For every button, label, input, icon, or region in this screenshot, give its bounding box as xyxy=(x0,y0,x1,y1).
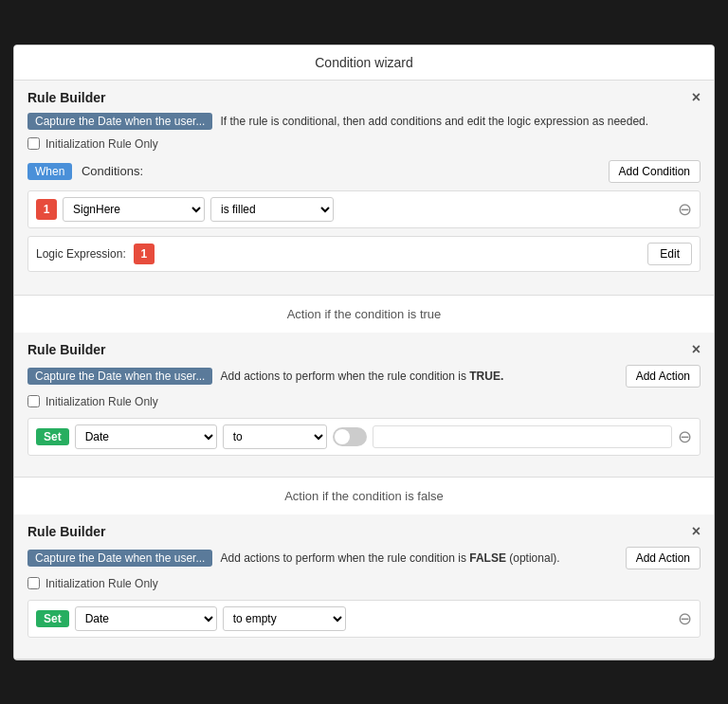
true-action-rule-description: Capture the Date when the user... Add ac… xyxy=(27,365,701,388)
dialog-container: Condition wizard Rule Builder × Capture … xyxy=(13,45,715,660)
condition-operator-select[interactable]: is filled xyxy=(210,197,334,222)
condition-rule-tag: Capture the Date when the user... xyxy=(27,113,212,130)
divider-false: Action if the condition is false xyxy=(14,478,714,514)
logic-badge: 1 xyxy=(134,244,155,264)
true-action-rule-section: Rule Builder × Capture the Date when the… xyxy=(14,333,714,478)
true-action-init-checkbox[interactable] xyxy=(27,395,40,407)
logic-expression-row: Logic Expression: 1 Edit xyxy=(27,236,701,272)
true-action-value-input[interactable]: today() xyxy=(373,425,672,448)
false-action-field-select[interactable]: Date xyxy=(75,606,217,631)
true-action-init-row: Initialization Rule Only xyxy=(27,395,701,408)
condition-row-1: 1 SignHere is filled ⊖ xyxy=(27,190,701,228)
true-add-action-button[interactable]: Add Action xyxy=(626,365,701,388)
conditions-label: Conditions: xyxy=(82,164,143,178)
divider-true-text: Action if the condition is true xyxy=(287,307,442,321)
true-action-toggle[interactable] xyxy=(333,427,367,446)
condition-init-checkbox[interactable] xyxy=(27,137,40,150)
false-action-init-row: Initialization Rule Only xyxy=(27,577,701,590)
true-action-rule-title: Rule Builder xyxy=(27,342,105,357)
false-action-rule-header: Rule Builder × xyxy=(27,524,701,539)
false-action-rule-title: Rule Builder xyxy=(27,524,105,539)
logic-edit-button[interactable]: Edit xyxy=(647,243,692,265)
condition-init-row: Initialization Rule Only xyxy=(27,137,701,151)
logic-label: Logic Expression: xyxy=(36,247,126,261)
true-action-field-select[interactable]: Date xyxy=(75,424,217,449)
condition-rule-section: Rule Builder × Capture the Date when the… xyxy=(14,81,714,296)
false-action-set-label: Set xyxy=(36,610,69,627)
false-action-init-label: Initialization Rule Only xyxy=(46,577,158,590)
true-action-rule-tag: Capture the Date when the user... xyxy=(27,368,212,385)
false-action-row-1: Set Date to empty ⊖ xyxy=(27,600,701,638)
when-badge: When xyxy=(27,163,72,180)
toggle-slider xyxy=(333,427,367,446)
true-action-rule-close[interactable]: × xyxy=(692,342,701,357)
true-action-remove-button[interactable]: ⊖ xyxy=(678,428,692,445)
condition-field-select[interactable]: SignHere xyxy=(63,197,205,222)
condition-row-number: 1 xyxy=(36,199,57,220)
true-action-operator-select[interactable]: to xyxy=(223,424,327,449)
false-add-action-button[interactable]: Add Action xyxy=(626,547,701,569)
condition-remove-button[interactable]: ⊖ xyxy=(678,201,692,218)
condition-rule-close[interactable]: × xyxy=(692,90,701,105)
false-action-rule-section: Rule Builder × Capture the Date when the… xyxy=(14,514,714,659)
divider-false-text: Action if the condition is false xyxy=(284,489,444,503)
false-action-rule-description: Capture the Date when the user... Add ac… xyxy=(27,547,701,569)
dialog-title-text: Condition wizard xyxy=(315,55,413,70)
false-action-operator-select[interactable]: to empty xyxy=(223,606,346,631)
condition-rule-title: Rule Builder xyxy=(27,90,105,105)
false-action-init-checkbox[interactable] xyxy=(27,577,40,589)
condition-rule-description: Capture the Date when the user... If the… xyxy=(27,113,701,130)
condition-init-label: Initialization Rule Only xyxy=(46,137,158,151)
true-action-rule-desc-text: Add actions to perform when the rule con… xyxy=(220,370,617,383)
false-action-rule-close[interactable]: × xyxy=(692,524,701,539)
false-action-rule-tag: Capture the Date when the user... xyxy=(27,550,212,567)
dialog-title: Condition wizard xyxy=(14,45,714,81)
true-action-set-label: Set xyxy=(36,428,69,445)
true-action-init-label: Initialization Rule Only xyxy=(46,395,158,408)
logic-expression-input[interactable] xyxy=(162,245,641,262)
true-action-row-1: Set Date to today() ⊖ xyxy=(27,418,701,456)
false-action-rule-desc-text: Add actions to perform when the rule con… xyxy=(220,551,617,565)
divider-true: Action if the condition is true xyxy=(14,296,714,333)
condition-rule-desc-text: If the rule is conditional, then add con… xyxy=(220,115,701,128)
conditions-header: When Conditions: Add Condition xyxy=(27,160,701,183)
conditions-header-left: When Conditions: xyxy=(27,164,143,178)
condition-rule-header: Rule Builder × xyxy=(27,90,701,105)
add-condition-button[interactable]: Add Condition xyxy=(609,160,701,183)
false-action-remove-button[interactable]: ⊖ xyxy=(678,610,692,627)
true-action-rule-header: Rule Builder × xyxy=(27,342,701,357)
